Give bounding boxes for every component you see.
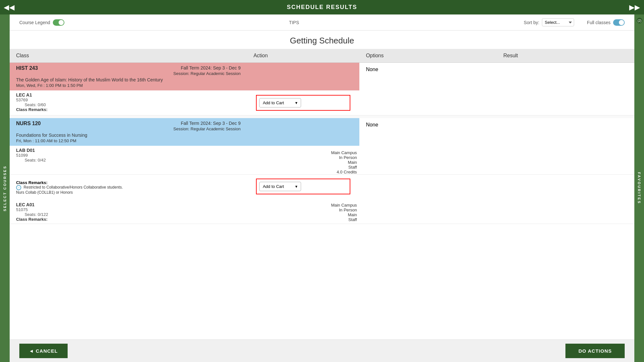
schedule-table: Class Action Options Result HIST 243 Fal… bbox=[10, 49, 634, 224]
sort-area: Sort by: Select... bbox=[524, 18, 574, 26]
col-action: Action bbox=[247, 49, 359, 63]
nurs120-instructor: Staff bbox=[247, 165, 359, 170]
course-legend-toggle-area: Course Legend bbox=[19, 19, 64, 26]
nurs120-options: None bbox=[359, 118, 497, 146]
nurs120-action-container: Add to Cart ▾ bbox=[256, 179, 350, 194]
nurs120-lec-a01-campus: Main Campus bbox=[247, 203, 357, 208]
nurs120-lab-d01-options bbox=[359, 146, 497, 175]
full-classes-label: Full classes bbox=[587, 20, 611, 25]
bottom-bar: ◄ CANCEL DO ACTIONS bbox=[10, 339, 634, 362]
nurs120-lec-a01-seats: Seats: 0/122 bbox=[16, 212, 241, 217]
hist243-time: Mon, Wed, Fri : 1:00 PM to 1:50 PM bbox=[16, 83, 241, 88]
nurs120-lab-d01-result bbox=[497, 146, 634, 175]
hist243-info: HIST 243 Fall Term 2024: Sep 3 - Dec 9 S… bbox=[10, 63, 247, 91]
top-header: ◀◀ SCHEDULE RESULTS ▶▶ bbox=[0, 0, 644, 14]
nurs120-lec-a01-options bbox=[359, 200, 497, 224]
hist243-term: Fall Term 2024: Sep 3 - Dec 9 bbox=[181, 65, 241, 70]
hist243-session: Session: Regular Academic Session bbox=[16, 71, 241, 76]
nurs120-lec-a01-location: Main bbox=[247, 212, 357, 217]
nurs120-lec-a01-instructor: Staff bbox=[247, 217, 357, 222]
hist243-action-header bbox=[247, 63, 359, 91]
nurs120-remarks-result bbox=[497, 174, 634, 200]
nurs120-lec-a01-action: Main Campus In Person Main Staff bbox=[247, 200, 359, 224]
right-sidebar[interactable]: (2) FAVOURITES bbox=[634, 14, 644, 362]
hist243-options: None bbox=[359, 63, 497, 91]
hist243-result bbox=[497, 63, 634, 91]
hist243-name: The Golden Age of Islam: History of the … bbox=[16, 77, 241, 82]
nurs120-add-to-cart-btn[interactable]: Add to Cart ▾ bbox=[259, 182, 301, 191]
left-sidebar: SELECT COURSES bbox=[0, 14, 10, 362]
hist243-action-container: Add to Cart ▾ bbox=[256, 95, 350, 111]
nurs120-location: Main bbox=[247, 160, 359, 165]
hist243-lec-a1-code: LEC A1 bbox=[16, 92, 241, 97]
info-icon: ○ bbox=[16, 185, 21, 190]
nurs120-lab-d01-row: LAB D01 51099 Seats: 0/42 Main Campus In… bbox=[10, 146, 634, 175]
nurs120-mode: In Person bbox=[247, 155, 359, 160]
right-sidebar-label: FAVOURITES bbox=[637, 172, 641, 204]
full-classes-toggle-area: Full classes bbox=[587, 19, 625, 26]
hist243-add-to-cart-btn[interactable]: Add to Cart ▾ bbox=[259, 98, 301, 107]
nurs120-remarks-text: ○ Restricted to Collaborative/Honors Col… bbox=[16, 185, 241, 195]
nurs120-options-value: None bbox=[366, 122, 378, 127]
nurs120-remarks-title: Class Remarks: bbox=[16, 180, 241, 185]
nurs120-lab-d01-action-btn: Add to Cart ▾ bbox=[247, 174, 359, 200]
full-classes-knob bbox=[619, 20, 624, 25]
do-actions-button[interactable]: DO ACTIONS bbox=[565, 344, 625, 358]
col-options: Options bbox=[359, 49, 497, 63]
nurs120-lab-d01-number: 51099 bbox=[16, 153, 241, 158]
header-title: SCHEDULE RESULTS bbox=[287, 4, 357, 10]
nurs120-lec-a01-result bbox=[497, 200, 634, 224]
toolbar: Course Legend TIPS Sort by: Select... Fu… bbox=[10, 14, 634, 31]
hist243-header-line: HIST 243 Fall Term 2024: Sep 3 - Dec 9 bbox=[16, 65, 241, 71]
nurs120-add-to-cart-label: Add to Cart bbox=[263, 184, 284, 189]
tips-button[interactable]: TIPS bbox=[77, 20, 511, 25]
hist243-lec-a1-row: LEC A1 53769 Seats: 0/60 Class Remarks: … bbox=[10, 90, 634, 116]
nurs120-add-to-cart-chevron: ▾ bbox=[295, 184, 298, 189]
hist243-lec-a1-action: Add to Cart ▾ bbox=[247, 90, 359, 116]
nurs120-lec-a01-info: LEC A01 51075 Seats: 0/122 Class Remarks… bbox=[10, 200, 247, 224]
nurs120-lab-d01-code: LAB D01 bbox=[16, 148, 241, 153]
nurs120-header-line: NURS 120 Fall Term 2024: Sep 3 - Dec 9 bbox=[16, 121, 241, 126]
course-hist243-header: HIST 243 Fall Term 2024: Sep 3 - Dec 9 S… bbox=[10, 63, 634, 91]
nurs120-action-header bbox=[247, 118, 359, 146]
main-content: Course Legend TIPS Sort by: Select... Fu… bbox=[10, 14, 634, 362]
nurs120-lec-a01-mode: In Person bbox=[247, 208, 357, 212]
nurs120-lab-d01-action: Main Campus In Person Main Staff 4.0 Cre… bbox=[247, 146, 359, 175]
nurs120-lab-d01-remarks-content: Class Remarks: ○ Restricted to Collabora… bbox=[10, 174, 247, 200]
col-result: Result bbox=[497, 49, 634, 63]
nurs120-lab-d01-remarks: Class Remarks: ○ Restricted to Collabora… bbox=[10, 174, 634, 200]
nav-left-icon[interactable]: ◀◀ bbox=[0, 0, 19, 14]
cancel-button[interactable]: ◄ CANCEL bbox=[19, 344, 68, 358]
nav-right-icon[interactable]: ▶▶ bbox=[625, 0, 644, 14]
full-classes-toggle[interactable] bbox=[613, 19, 625, 26]
nurs120-term: Fall Term 2024: Sep 3 - Dec 9 bbox=[181, 121, 241, 126]
left-sidebar-label: SELECT COURSES bbox=[3, 165, 7, 211]
hist243-add-to-cart-label: Add to Cart bbox=[263, 100, 284, 105]
spacer-row-1 bbox=[10, 116, 634, 118]
schedule-table-container: Class Action Options Result HIST 243 Fal… bbox=[10, 49, 634, 224]
hist243-lec-a1-options bbox=[359, 90, 497, 116]
nurs120-lec-a01-number: 51075 bbox=[16, 207, 241, 212]
hist243-lec-a1-remarks-title: Class Remarks: bbox=[16, 107, 241, 112]
hist243-lec-a1-seats: Seats: 0/60 bbox=[16, 102, 241, 107]
sort-select[interactable]: Select... bbox=[542, 18, 574, 26]
nurs120-lab-d01-info: LAB D01 51099 Seats: 0/42 bbox=[10, 146, 247, 175]
nurs120-campus: Main Campus bbox=[247, 148, 359, 155]
nurs120-result bbox=[497, 118, 634, 146]
nurs120-time: Fri, Mon : 11:00 AM to 12:50 PM bbox=[16, 138, 241, 143]
course-nurs120-header: NURS 120 Fall Term 2024: Sep 3 - Dec 9 S… bbox=[10, 118, 634, 146]
course-legend-label: Course Legend bbox=[19, 20, 50, 25]
hist243-options-value: None bbox=[366, 67, 378, 72]
hist243-lec-a1-result bbox=[497, 90, 634, 116]
nurs120-name: Foundations for Success in Nursing bbox=[16, 133, 241, 138]
nurs120-lec-a01-remarks-title: Class Remarks: bbox=[16, 217, 241, 222]
nurs120-lec-a01-code: LEC A01 bbox=[16, 202, 241, 207]
course-legend-toggle[interactable] bbox=[53, 19, 64, 26]
toggle-knob bbox=[59, 20, 64, 25]
hist243-add-to-cart-chevron: ▾ bbox=[295, 100, 298, 105]
favourites-badge: (2) bbox=[637, 18, 642, 23]
hist243-code: HIST 243 bbox=[16, 65, 38, 71]
nurs120-code: NURS 120 bbox=[16, 121, 41, 126]
nurs120-remarks-options bbox=[359, 174, 497, 200]
hist243-lec-a1-number: 53769 bbox=[16, 97, 241, 102]
